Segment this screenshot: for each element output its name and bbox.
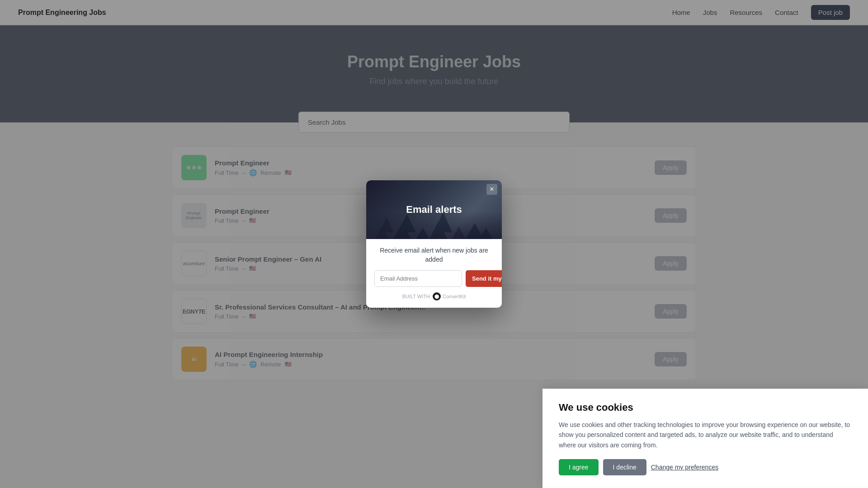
- svg-marker-9: [479, 228, 493, 239]
- svg-marker-1: [380, 216, 393, 232]
- convertkit-brand-name: ConvertKit: [443, 294, 466, 299]
- email-alerts-modal: Email alerts × Receive email alert when …: [366, 180, 502, 308]
- email-form: Send it my way!: [374, 270, 494, 287]
- svg-marker-3: [398, 214, 416, 232]
- modal-description: Receive email alert when new jobs are ad…: [374, 246, 494, 264]
- cookies-banner: We use cookies We use cookies and other …: [542, 389, 868, 394]
- modal-hero-image: Email alerts ×: [366, 180, 502, 239]
- svg-marker-7: [452, 226, 466, 239]
- convertkit-logo: ⬤ ConvertKit: [433, 292, 466, 300]
- send-it-button[interactable]: Send it my way!: [466, 270, 502, 287]
- email-address-input[interactable]: [374, 270, 462, 287]
- modal-title: Email alerts: [406, 204, 462, 216]
- powered-by-section: BUILT WITH ⬤ ConvertKit: [374, 292, 494, 300]
- svg-marker-4: [416, 228, 429, 239]
- convertkit-icon: ⬤: [433, 292, 441, 300]
- modal-overlay[interactable]: Email alerts × Receive email alert when …: [0, 0, 868, 394]
- modal-body: Receive email alert when new jobs are ad…: [366, 239, 502, 308]
- modal-close-button[interactable]: ×: [486, 184, 497, 195]
- built-with-label: BUILT WITH: [402, 294, 430, 299]
